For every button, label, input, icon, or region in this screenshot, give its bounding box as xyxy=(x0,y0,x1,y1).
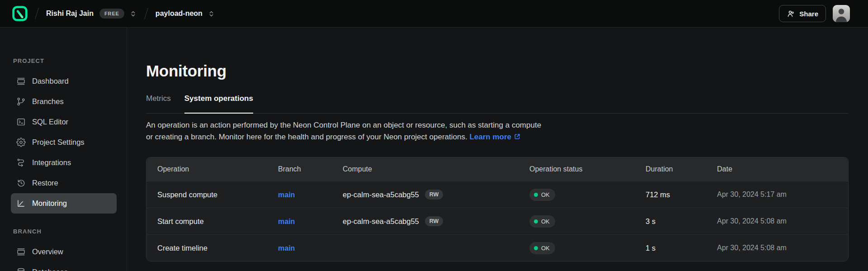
breadcrumb-org-name[interactable]: Rishi Raj Jain xyxy=(46,10,94,18)
main-content: Monitoring Metrics System operations An … xyxy=(127,28,868,271)
monitoring-chart-icon xyxy=(16,199,26,208)
branch-link[interactable]: main xyxy=(278,244,295,252)
status-ok-dot-icon xyxy=(534,193,538,197)
share-button[interactable]: Share xyxy=(779,5,826,22)
column-header-operation-status: Operation status xyxy=(529,165,646,173)
status-label: OK xyxy=(541,191,550,198)
restore-history-icon xyxy=(16,178,26,188)
operations-table: Operation Branch Compute Operation statu… xyxy=(146,157,849,261)
compute-rw-badge: RW xyxy=(425,190,443,200)
overview-window-icon xyxy=(16,247,26,257)
integrations-icon xyxy=(16,158,26,167)
sidebar-item-databases[interactable]: Databases xyxy=(11,262,117,271)
duration-cell: 3 s xyxy=(646,217,717,226)
sidebar-item-project-settings[interactable]: Project Settings xyxy=(11,132,117,152)
org-selector-chevron-icon[interactable] xyxy=(129,10,137,18)
project-selector-chevron-icon[interactable] xyxy=(208,10,215,18)
external-link-icon xyxy=(514,133,521,140)
column-header-operation: Operation xyxy=(157,165,278,173)
breadcrumb-separator xyxy=(35,8,39,19)
status-badge: OK xyxy=(529,189,555,201)
gear-icon xyxy=(16,138,26,147)
operation-cell: Suspend compute xyxy=(157,190,278,199)
column-header-duration: Duration xyxy=(646,165,717,173)
dashboard-icon xyxy=(16,76,26,86)
database-icon xyxy=(16,267,26,271)
breadcrumb-project-name[interactable]: payload-neon xyxy=(156,10,203,18)
share-users-icon xyxy=(787,10,795,18)
branch-link[interactable]: main xyxy=(278,191,295,199)
sidebar-item-label: Databases xyxy=(32,268,68,271)
learn-more-link[interactable]: Learn more xyxy=(469,133,521,141)
column-header-date: Date xyxy=(717,165,848,173)
neon-logo-icon[interactable] xyxy=(12,6,28,21)
learn-more-label: Learn more xyxy=(469,133,511,141)
compute-endpoint: ep-calm-sea-a5cabg55 xyxy=(343,217,419,226)
column-header-compute: Compute xyxy=(343,165,529,173)
avatar-silhouette xyxy=(833,5,850,22)
date-cell: Apr 30, 2024 5:17 am xyxy=(717,190,848,199)
share-button-label: Share xyxy=(799,10,818,18)
operation-cell: Start compute xyxy=(157,217,278,226)
sidebar-item-overview[interactable]: Overview xyxy=(11,242,117,262)
date-cell: Apr 30, 2024 5:08 am xyxy=(717,217,848,225)
description-line-1: An operation is an action performed by t… xyxy=(146,121,541,129)
sidebar-item-label: Project Settings xyxy=(32,138,85,147)
sidebar-item-dashboard[interactable]: Dashboard xyxy=(11,71,117,91)
git-branch-icon xyxy=(16,97,26,106)
duration-cell: 1 s xyxy=(646,244,717,252)
sidebar-item-label: Integrations xyxy=(32,158,71,167)
sidebar-item-label: Dashboard xyxy=(32,77,69,86)
column-header-branch: Branch xyxy=(278,165,343,173)
table-row: Create timeline main OK 1 s Apr 30, 2024… xyxy=(146,234,848,261)
duration-cell: 712 ms xyxy=(646,190,717,199)
tab-bar: Metrics System operations xyxy=(146,90,849,114)
compute-endpoint: ep-calm-sea-a5cabg55 xyxy=(343,190,419,199)
sidebar-section-branch-label: BRANCH xyxy=(0,228,127,235)
sidebar-section-project-label: PROJECT xyxy=(0,57,127,65)
description-line-2: or creating a branch. Monitor here for t… xyxy=(146,133,467,141)
status-label: OK xyxy=(541,245,550,252)
page-title: Monitoring xyxy=(146,61,849,81)
sidebar-item-monitoring[interactable]: Monitoring xyxy=(11,193,117,214)
status-ok-dot-icon xyxy=(534,246,538,250)
sidebar: PROJECT Dashboard Branches SQL Editor xyxy=(0,28,127,271)
status-label: OK xyxy=(541,218,550,225)
sidebar-item-label: Monitoring xyxy=(32,199,67,208)
sidebar-item-sql-editor[interactable]: SQL Editor xyxy=(11,112,117,132)
plan-badge: FREE xyxy=(99,9,124,19)
top-bar: Rishi Raj Jain FREE payload-neon Share xyxy=(0,0,868,28)
tab-system-operations[interactable]: System operations xyxy=(184,90,253,114)
sidebar-item-restore[interactable]: Restore xyxy=(11,173,117,193)
sidebar-item-integrations[interactable]: Integrations xyxy=(11,152,117,173)
status-badge: OK xyxy=(529,215,555,228)
table-row: Suspend compute main ep-calm-sea-a5cabg5… xyxy=(146,181,848,208)
user-avatar[interactable] xyxy=(833,5,850,22)
branch-link[interactable]: main xyxy=(278,218,295,225)
sidebar-item-label: Overview xyxy=(32,247,63,256)
sidebar-item-label: Restore xyxy=(32,179,58,187)
status-ok-dot-icon xyxy=(534,219,538,223)
sidebar-item-label: SQL Editor xyxy=(32,118,68,126)
table-header-row: Operation Branch Compute Operation statu… xyxy=(146,157,848,181)
operations-description: An operation is an action performed by t… xyxy=(146,119,849,143)
table-row: Start compute main ep-calm-sea-a5cabg55 … xyxy=(146,208,848,234)
sidebar-item-label: Branches xyxy=(32,97,64,106)
tab-metrics[interactable]: Metrics xyxy=(146,90,171,114)
breadcrumb-separator xyxy=(144,8,148,19)
operation-cell: Create timeline xyxy=(157,244,278,252)
sidebar-item-branches[interactable]: Branches xyxy=(11,91,117,112)
compute-rw-badge: RW xyxy=(425,216,443,226)
date-cell: Apr 30, 2024 5:08 am xyxy=(717,244,848,252)
sql-editor-icon xyxy=(16,117,26,127)
status-badge: OK xyxy=(529,242,555,254)
